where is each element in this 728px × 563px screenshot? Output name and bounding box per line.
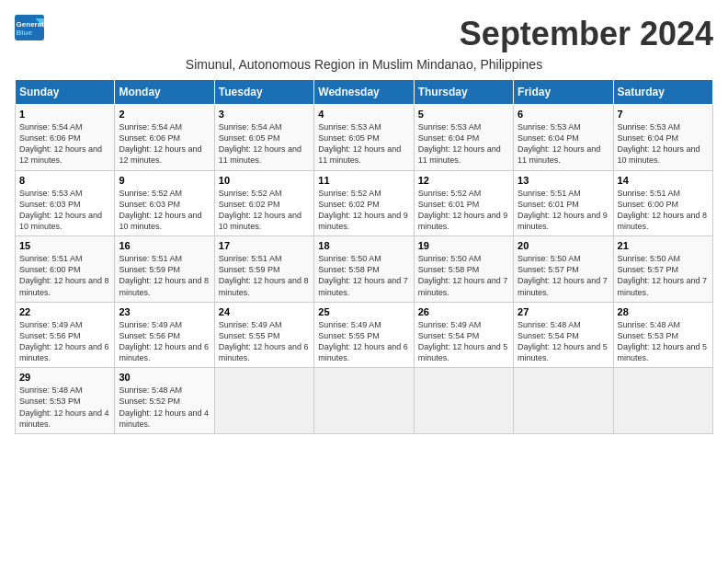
- sunrise-text: Sunrise: 5:48 AM: [618, 320, 681, 329]
- sunset-text: Sunset: 5:53 PM: [19, 396, 81, 406]
- calendar-day-cell: 27 Sunrise: 5:48 AM Sunset: 5:54 PM Dayl…: [514, 302, 613, 368]
- sunrise-text: Sunrise: 5:51 AM: [19, 254, 83, 263]
- sunrise-text: Sunrise: 5:48 AM: [518, 320, 581, 329]
- calendar-day-cell: 23 Sunrise: 5:49 AM Sunset: 5:56 PM Dayl…: [115, 302, 214, 368]
- daylight-text: Daylight: 12 hours and 8 minutes.: [119, 276, 209, 296]
- calendar-day-cell: 11 Sunrise: 5:52 AM Sunset: 6:02 PM Dayl…: [314, 170, 414, 236]
- day-number: 4: [318, 109, 409, 120]
- weekday-header: Saturday: [613, 80, 712, 105]
- calendar-day-cell: 16 Sunrise: 5:51 AM Sunset: 5:59 PM Dayl…: [115, 236, 214, 303]
- sunset-text: Sunset: 5:55 PM: [219, 331, 280, 340]
- day-number: 11: [318, 175, 409, 186]
- daylight-text: Daylight: 12 hours and 12 minutes.: [119, 144, 201, 165]
- sunrise-text: Sunrise: 5:52 AM: [418, 189, 482, 198]
- day-number: 25: [318, 306, 409, 317]
- sunrise-text: Sunrise: 5:51 AM: [618, 189, 681, 198]
- day-number: 29: [19, 372, 110, 383]
- sunset-text: Sunset: 6:06 PM: [19, 133, 81, 143]
- day-info: Sunrise: 5:50 AM Sunset: 5:58 PM Dayligh…: [318, 253, 409, 298]
- daylight-text: Daylight: 12 hours and 12 minutes.: [19, 144, 102, 165]
- sunrise-text: Sunrise: 5:49 AM: [318, 320, 381, 329]
- sunset-text: Sunset: 5:56 PM: [119, 331, 180, 340]
- calendar-day-cell: 19 Sunrise: 5:50 AM Sunset: 5:58 PM Dayl…: [414, 236, 513, 303]
- day-number: 22: [19, 306, 110, 317]
- calendar-day-cell: 7 Sunrise: 5:53 AM Sunset: 6:04 PM Dayli…: [613, 105, 712, 171]
- daylight-text: Daylight: 12 hours and 4 minutes.: [119, 408, 209, 429]
- day-info: Sunrise: 5:48 AM Sunset: 5:53 PM Dayligh…: [19, 385, 110, 430]
- sunset-text: Sunset: 6:04 PM: [418, 133, 480, 143]
- sunrise-text: Sunrise: 5:52 AM: [119, 189, 182, 198]
- day-info: Sunrise: 5:51 AM Sunset: 6:00 PM Dayligh…: [19, 253, 110, 298]
- daylight-text: Daylight: 12 hours and 6 minutes.: [119, 342, 209, 362]
- calendar-day-cell: 29 Sunrise: 5:48 AM Sunset: 5:53 PM Dayl…: [16, 368, 115, 434]
- day-number: 23: [119, 306, 210, 317]
- daylight-text: Daylight: 12 hours and 10 minutes.: [119, 211, 201, 231]
- sunrise-text: Sunrise: 5:49 AM: [19, 320, 83, 329]
- day-number: 15: [19, 240, 110, 251]
- calendar-day-cell: 9 Sunrise: 5:52 AM Sunset: 6:03 PM Dayli…: [115, 170, 214, 236]
- daylight-text: Daylight: 12 hours and 7 minutes.: [318, 276, 408, 296]
- day-number: 6: [518, 109, 609, 120]
- sunset-text: Sunset: 6:03 PM: [19, 200, 81, 209]
- sunset-text: Sunset: 5:57 PM: [618, 265, 679, 274]
- calendar-day-cell: 13 Sunrise: 5:51 AM Sunset: 6:01 PM Dayl…: [514, 170, 613, 236]
- day-info: Sunrise: 5:53 AM Sunset: 6:04 PM Dayligh…: [518, 121, 609, 167]
- day-number: 9: [119, 175, 210, 186]
- day-number: 3: [219, 109, 310, 120]
- calendar-day-cell: [514, 368, 613, 434]
- calendar-day-cell: [414, 368, 513, 434]
- daylight-text: Daylight: 12 hours and 5 minutes.: [618, 342, 708, 362]
- sunset-text: Sunset: 5:58 PM: [418, 265, 480, 274]
- sunset-text: Sunset: 5:55 PM: [318, 331, 380, 340]
- day-info: Sunrise: 5:50 AM Sunset: 5:57 PM Dayligh…: [618, 253, 709, 298]
- weekday-header: Thursday: [414, 80, 513, 105]
- calendar-day-cell: 4 Sunrise: 5:53 AM Sunset: 6:05 PM Dayli…: [314, 105, 414, 171]
- sunrise-text: Sunrise: 5:53 AM: [418, 122, 482, 132]
- day-number: 1: [19, 109, 110, 120]
- day-info: Sunrise: 5:49 AM Sunset: 5:55 PM Dayligh…: [219, 319, 310, 364]
- weekday-header: Sunday: [16, 80, 115, 105]
- sunset-text: Sunset: 5:54 PM: [518, 331, 579, 340]
- svg-text:General: General: [17, 20, 44, 29]
- daylight-text: Daylight: 12 hours and 9 minutes.: [318, 211, 408, 231]
- day-info: Sunrise: 5:52 AM Sunset: 6:03 PM Dayligh…: [119, 188, 210, 233]
- logo-icon: General Blue: [15, 15, 44, 40]
- day-info: Sunrise: 5:48 AM Sunset: 5:53 PM Dayligh…: [618, 319, 709, 364]
- svg-text:Blue: Blue: [17, 29, 33, 37]
- sunrise-text: Sunrise: 5:54 AM: [119, 122, 182, 132]
- calendar-table: SundayMondayTuesdayWednesdayThursdayFrid…: [15, 79, 713, 434]
- calendar-day-cell: 17 Sunrise: 5:51 AM Sunset: 5:59 PM Dayl…: [214, 236, 313, 303]
- calendar-day-cell: 18 Sunrise: 5:50 AM Sunset: 5:58 PM Dayl…: [314, 236, 414, 303]
- calendar-day-cell: 26 Sunrise: 5:49 AM Sunset: 5:54 PM Dayl…: [414, 302, 513, 368]
- day-number: 7: [618, 109, 709, 120]
- day-info: Sunrise: 5:53 AM Sunset: 6:03 PM Dayligh…: [19, 188, 110, 233]
- day-info: Sunrise: 5:53 AM Sunset: 6:04 PM Dayligh…: [418, 121, 509, 167]
- month-title: September 2024: [460, 15, 713, 53]
- day-number: 2: [119, 109, 210, 120]
- day-info: Sunrise: 5:53 AM Sunset: 6:04 PM Dayligh…: [618, 121, 709, 167]
- sunrise-text: Sunrise: 5:49 AM: [219, 320, 282, 329]
- sunset-text: Sunset: 6:05 PM: [318, 133, 380, 143]
- daylight-text: Daylight: 12 hours and 6 minutes.: [19, 342, 109, 362]
- daylight-text: Daylight: 12 hours and 5 minutes.: [418, 342, 508, 362]
- sunset-text: Sunset: 6:01 PM: [518, 200, 579, 209]
- sunset-text: Sunset: 6:00 PM: [618, 200, 679, 209]
- weekday-header: Wednesday: [314, 80, 414, 105]
- calendar-day-cell: 12 Sunrise: 5:52 AM Sunset: 6:01 PM Dayl…: [414, 170, 513, 236]
- calendar-day-cell: 3 Sunrise: 5:54 AM Sunset: 6:05 PM Dayli…: [214, 105, 313, 171]
- sunrise-text: Sunrise: 5:52 AM: [318, 189, 381, 198]
- day-number: 20: [518, 240, 609, 251]
- daylight-text: Daylight: 12 hours and 11 minutes.: [219, 144, 301, 165]
- sunrise-text: Sunrise: 5:50 AM: [418, 254, 482, 263]
- daylight-text: Daylight: 12 hours and 11 minutes.: [518, 144, 600, 165]
- sunset-text: Sunset: 5:59 PM: [219, 265, 280, 274]
- sunset-text: Sunset: 6:04 PM: [518, 133, 579, 143]
- day-number: 13: [518, 175, 609, 186]
- day-number: 8: [19, 175, 110, 186]
- day-number: 28: [618, 306, 709, 317]
- sunrise-text: Sunrise: 5:54 AM: [19, 122, 83, 132]
- daylight-text: Daylight: 12 hours and 9 minutes.: [418, 211, 508, 231]
- calendar-week-row: 1 Sunrise: 5:54 AM Sunset: 6:06 PM Dayli…: [16, 105, 713, 171]
- daylight-text: Daylight: 12 hours and 9 minutes.: [518, 211, 608, 231]
- calendar-day-cell: 22 Sunrise: 5:49 AM Sunset: 5:56 PM Dayl…: [16, 302, 115, 368]
